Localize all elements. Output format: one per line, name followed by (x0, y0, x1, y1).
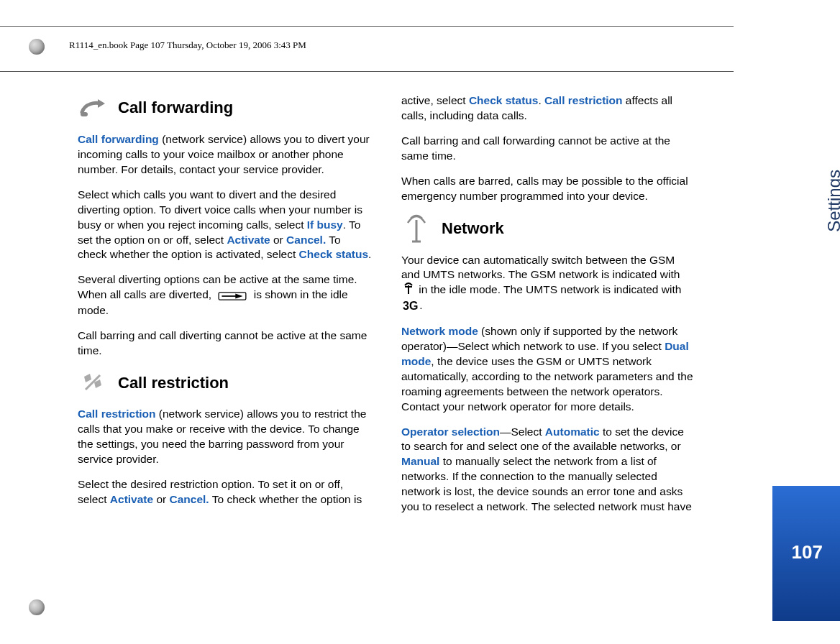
text: . (538, 94, 544, 106)
term-check-status: Check status (299, 248, 368, 260)
text: . (368, 248, 371, 260)
text: To check whether the option is (209, 493, 362, 505)
term-cancel: Cancel. (170, 493, 209, 505)
term-if-busy: If busy (307, 218, 343, 231)
paragraph: Network mode (shown only if supported by… (401, 324, 696, 415)
content-columns: Call forwarding Call forwarding (network… (78, 93, 696, 525)
text: to manually select the network from a li… (401, 455, 692, 512)
paragraph: Your device can automatically switch bet… (401, 253, 696, 314)
term-call-restriction: Call restriction (78, 408, 156, 420)
column-right: active, select Check status. Call restri… (401, 93, 696, 525)
svg-rect-0 (81, 112, 88, 116)
side-thumb-tab: Settings 107 (772, 26, 840, 621)
paragraph: Select the desired restriction option. T… (78, 477, 373, 507)
term-operator-selection: Operator selection (401, 426, 500, 438)
divert-all-icon (216, 288, 249, 303)
term-cancel: Cancel. (286, 234, 326, 246)
call-forward-icon (78, 93, 108, 122)
paragraph: Call barring and call forwarding cannot … (401, 134, 696, 164)
call-restriction-icon (78, 368, 108, 397)
term-activate: Activate (110, 493, 153, 505)
section-heading-call-forwarding: Call forwarding (78, 93, 373, 122)
paragraph: Call restriction (network service) allow… (78, 407, 373, 467)
text: or (153, 493, 169, 505)
column-left: Call forwarding Call forwarding (network… (78, 93, 373, 525)
term-automatic: Automatic (545, 426, 600, 438)
binder-hole-icon (29, 599, 45, 615)
heading-call-forwarding: Call forwarding (118, 97, 233, 119)
text: in the idle mode. The UMTS network is in… (419, 283, 681, 295)
text: . (419, 299, 422, 311)
3g-icon: 3G (403, 298, 418, 314)
heading-call-restriction: Call restriction (118, 372, 229, 394)
paragraph: When calls are barred, calls may be poss… (401, 174, 696, 204)
section-heading-network: Network (401, 214, 696, 243)
text: Your device can automatically switch bet… (401, 254, 680, 281)
side-tab-upper: Settings (772, 26, 840, 486)
network-antenna-icon (401, 214, 432, 243)
heading-network: Network (442, 218, 504, 239)
chapter-label: Settings (824, 170, 840, 232)
book-page-header: R1114_en.book Page 107 Thursday, October… (69, 40, 306, 51)
paragraph: Select which calls you want to divert an… (78, 188, 373, 263)
term-activate: Activate (227, 234, 270, 246)
section-heading-call-restriction: Call restriction (78, 368, 373, 397)
page-number: 107 (792, 541, 823, 564)
paragraph: Call forwarding (network service) allows… (78, 132, 373, 178)
term-network-mode: Network mode (401, 325, 478, 337)
binder-hole-icon (29, 39, 45, 55)
term-check-status: Check status (469, 94, 538, 106)
paragraph: Call barring and call diverting cannot b… (78, 328, 373, 359)
term-call-forwarding: Call forwarding (78, 133, 159, 145)
term-call-restriction: Call restriction (544, 94, 623, 106)
term-manual: Manual (401, 455, 439, 467)
paragraph: active, select Check status. Call restri… (401, 93, 696, 124)
text: active, select (401, 94, 469, 106)
gsm-signal-icon (403, 282, 414, 298)
text: , the device uses the GSM or UMTS networ… (401, 355, 693, 413)
paragraph: Several diverting options can be active … (78, 272, 373, 318)
paragraph: Operator selection—Select Automatic to s… (401, 425, 696, 515)
text: or (270, 234, 286, 246)
text: —Select (500, 426, 545, 438)
